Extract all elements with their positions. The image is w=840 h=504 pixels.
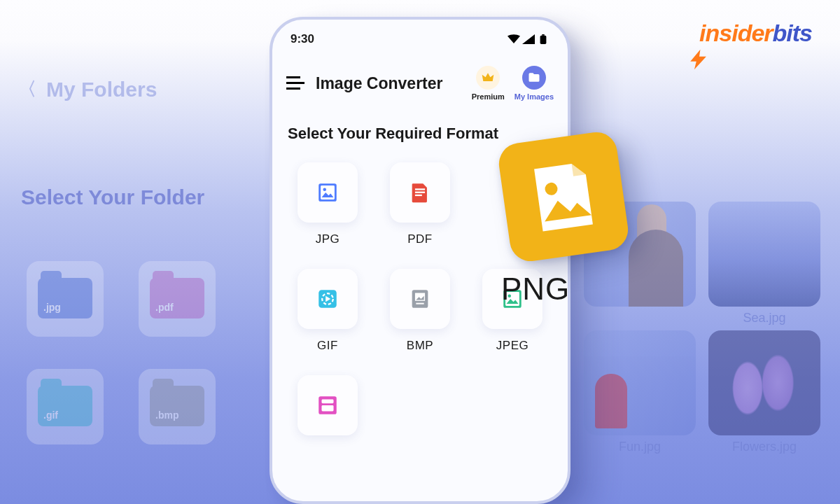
wifi-icon (507, 34, 520, 44)
app-title: Image Converter (316, 74, 443, 93)
hamburger-icon[interactable] (286, 76, 304, 90)
play-icon (316, 287, 340, 311)
crown-icon (481, 71, 495, 85)
format-option-webp[interactable] (286, 375, 369, 445)
svg-rect-7 (415, 195, 422, 196)
format-option-gif[interactable]: GIF (286, 269, 369, 353)
svg-rect-1 (542, 34, 545, 36)
format-label: JPEG (496, 339, 528, 353)
bmp-icon (408, 287, 432, 311)
folder-tile-bmp[interactable]: .bmp (139, 369, 216, 444)
signal-icon (522, 34, 535, 44)
brand-logo-part-b: bits (773, 20, 812, 46)
select-folder-title: Select Your Folder (0, 186, 294, 209)
status-bar: 9:30 (272, 20, 568, 52)
brand-logo-part-a: insider (699, 20, 772, 46)
my-images-label: My Images (514, 92, 554, 101)
folder-tile-gif[interactable]: .gif (27, 369, 104, 444)
back-nav-label: My Folders (46, 78, 157, 102)
svg-rect-5 (415, 188, 425, 190)
doc-icon (408, 181, 432, 204)
bg-screen-folders: 〈 My Folders Select Your Folder .jpg .pd… (0, 77, 294, 460)
premium-button[interactable]: Premium (472, 66, 505, 101)
format-label: BMP (407, 339, 433, 353)
svg-rect-6 (415, 192, 425, 193)
status-time: 9:30 (290, 32, 314, 46)
png-image-icon (521, 154, 606, 239)
svg-rect-12 (416, 303, 424, 304)
image-caption-sea: Sea.jpg (708, 311, 820, 326)
chevron-left-icon: 〈 (18, 77, 36, 102)
png-callout-label: PNG (501, 272, 570, 307)
format-label: JPG (316, 232, 340, 246)
folder-tile-pdf[interactable]: .pdf (139, 261, 216, 337)
brand-logo: insiderbits (699, 20, 812, 47)
png-callout-badge (496, 130, 631, 264)
image-thumb-sea[interactable] (708, 202, 820, 307)
lightning-icon (687, 48, 711, 71)
svg-point-4 (323, 188, 326, 191)
image-caption-fun: Fun.jpg (584, 440, 696, 454)
my-images-button[interactable]: My Images (514, 66, 554, 101)
back-nav[interactable]: 〈 My Folders (0, 77, 294, 102)
image-thumb-fun[interactable] (584, 330, 696, 435)
svg-rect-0 (540, 36, 547, 44)
format-option-jpg[interactable]: JPG (286, 162, 369, 246)
premium-label: Premium (472, 92, 505, 101)
svg-rect-18 (322, 405, 334, 412)
folder-icon (527, 71, 541, 85)
image-caption-flowers: Flowers.jpg (708, 440, 820, 454)
folder-tile-jpg[interactable]: .jpg (27, 261, 104, 337)
battery-icon (537, 34, 550, 44)
svg-rect-17 (322, 400, 334, 404)
format-label: GIF (317, 339, 338, 353)
image-thumb-flowers[interactable] (708, 330, 820, 435)
format-option-bmp[interactable]: BMP (379, 269, 461, 353)
webp-icon (316, 393, 340, 417)
format-option-pdf[interactable]: PDF (379, 162, 461, 246)
format-label: PDF (407, 232, 433, 246)
image-icon (316, 181, 340, 204)
